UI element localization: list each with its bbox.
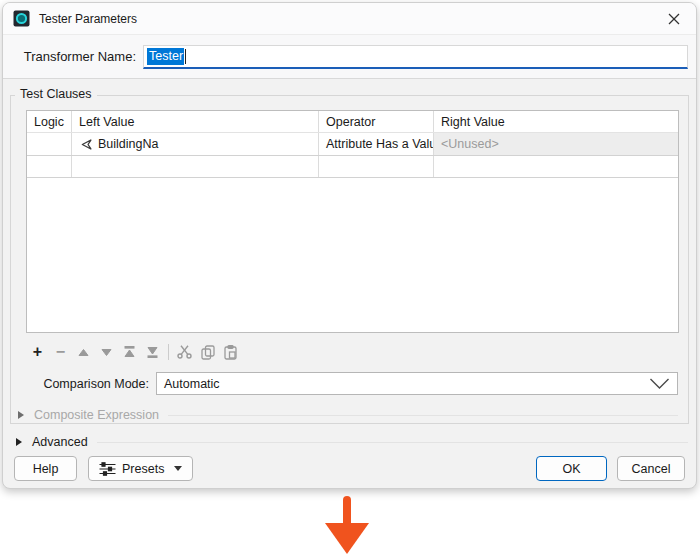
comparison-mode-value: Automatic — [164, 377, 220, 391]
test-clauses-group: Test Clauses Logic Left Value Operator R… — [10, 95, 689, 424]
row-toolbar: + − — [26, 341, 679, 363]
cell-right-value[interactable]: <Unused> — [434, 133, 678, 155]
remove-row-button[interactable]: − — [49, 341, 72, 363]
close-button[interactable] — [652, 3, 696, 34]
cell-left-value[interactable]: BuildingNa — [72, 133, 319, 155]
cell-right-value[interactable] — [434, 156, 678, 177]
chevron-down-icon — [649, 377, 670, 390]
composite-expression-label: Composite Expression — [34, 408, 159, 422]
col-header-operator[interactable]: Operator — [319, 111, 434, 132]
title-bar: Tester Parameters — [3, 3, 696, 34]
copy-icon — [201, 345, 215, 360]
ok-button[interactable]: OK — [536, 456, 607, 481]
section-rule — [97, 442, 688, 443]
move-to-bottom-button[interactable] — [141, 341, 164, 363]
section-rule — [168, 415, 678, 416]
toolbar-separator — [168, 344, 169, 360]
transformer-name-band: Transformer Name: Tester — [3, 34, 696, 79]
attribute-icon — [79, 138, 93, 151]
comparison-mode-row: Comparison Mode: Automatic — [26, 372, 678, 395]
transformer-name-label: Transformer Name: — [3, 49, 143, 64]
move-to-top-button[interactable] — [118, 341, 141, 363]
presets-button[interactable]: Presets — [88, 456, 193, 481]
cancel-button[interactable]: Cancel — [617, 456, 685, 481]
advanced-section[interactable]: Advanced — [16, 435, 688, 449]
text-caret — [185, 49, 186, 64]
cell-left-value[interactable] — [72, 156, 319, 177]
tester-parameters-dialog: Tester Parameters Transformer Name: Test… — [2, 2, 697, 489]
attribute-name: BuildingNa — [98, 137, 158, 151]
test-clauses-group-label: Test Clauses — [15, 87, 97, 101]
scissors-icon — [177, 345, 192, 359]
help-button[interactable]: Help — [14, 456, 77, 481]
cell-operator[interactable]: Attribute Has a Value — [319, 133, 434, 155]
triangle-up-icon — [78, 348, 89, 357]
close-icon — [668, 13, 680, 25]
col-header-left-value[interactable]: Left Value — [72, 111, 319, 132]
table-row-empty[interactable] — [27, 156, 678, 178]
move-bottom-icon — [147, 346, 158, 358]
col-header-right-value[interactable]: Right Value — [434, 111, 678, 132]
down-arrow-icon — [325, 523, 369, 554]
collapsed-triangle-icon — [16, 438, 22, 446]
cut-button[interactable] — [173, 341, 196, 363]
transformer-icon — [13, 10, 30, 27]
composite-expression-section[interactable]: Composite Expression — [18, 408, 678, 422]
selected-text: Tester — [147, 48, 184, 65]
table-header-row: Logic Left Value Operator Right Value — [27, 111, 678, 133]
copy-button[interactable] — [196, 341, 219, 363]
table-row[interactable]: BuildingNa Attribute Has a Value <Unused… — [27, 133, 678, 156]
comparison-mode-label: Comparison Mode: — [26, 377, 156, 391]
dialog-footer: Help Presets OK Cancel — [3, 449, 696, 488]
comparison-mode-select[interactable]: Automatic — [156, 372, 678, 395]
paste-button[interactable] — [219, 341, 242, 363]
caret-down-icon — [174, 466, 182, 471]
down-arrow-shaft — [343, 496, 351, 525]
triangle-down-icon — [101, 348, 112, 357]
test-clauses-table[interactable]: Logic Left Value Operator Right Value Bu… — [26, 110, 679, 333]
cell-logic[interactable] — [27, 133, 72, 155]
sliders-icon — [99, 462, 116, 476]
move-up-button[interactable] — [72, 341, 95, 363]
collapsed-triangle-icon — [18, 411, 24, 419]
presets-label: Presets — [122, 462, 164, 476]
plus-icon: + — [33, 344, 42, 360]
col-header-logic[interactable]: Logic — [27, 111, 72, 132]
transformer-name-input[interactable]: Tester — [143, 45, 688, 69]
cell-logic[interactable] — [27, 156, 72, 177]
table-empty-area[interactable] — [27, 178, 678, 332]
minus-icon: − — [56, 344, 65, 360]
window-title: Tester Parameters — [39, 12, 137, 26]
advanced-label: Advanced — [32, 435, 88, 449]
move-down-button[interactable] — [95, 341, 118, 363]
cell-operator[interactable] — [319, 156, 434, 177]
move-top-icon — [124, 346, 135, 358]
add-row-button[interactable]: + — [26, 341, 49, 363]
paste-icon — [224, 345, 237, 360]
